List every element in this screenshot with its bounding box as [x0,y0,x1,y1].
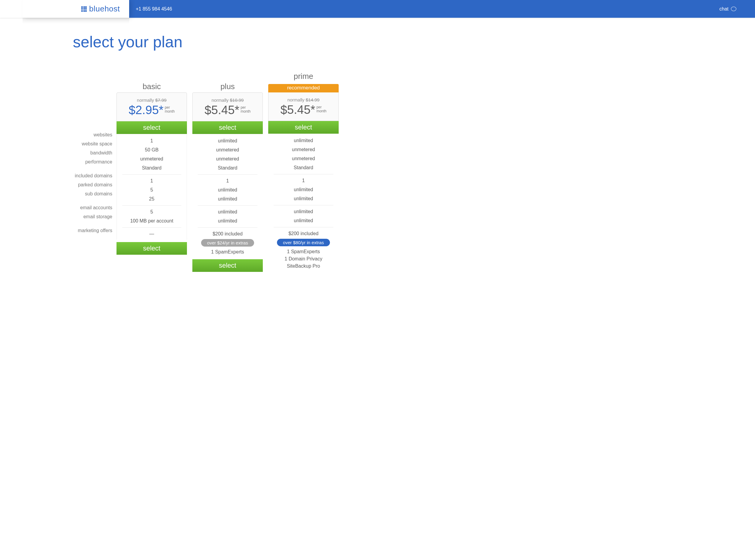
plan-features: unlimited unmetered unmetered Standard 1… [192,134,263,257]
feature-value: unmetered [122,155,181,163]
recommended-badge: recommended [268,84,339,93]
feature-value: unmetered [274,154,333,163]
feature-value: unlimited [274,194,333,203]
logo-squares-icon [81,6,87,12]
feature-value: unlimited [274,207,333,216]
feature-value: 1 [274,176,333,185]
feature-label: parked domains [73,180,112,189]
select-button-bottom[interactable]: select [117,242,187,255]
feature-label: performance [73,158,112,166]
feature-label: included domains [73,171,112,180]
extra-item: 1 SpamExperts [274,248,333,255]
feature-labels-column: websites website space bandwidth perform… [73,72,117,235]
extras-badge: over $24/yr in extras [201,239,254,246]
logo-shadow [23,18,129,24]
chat-label: chat [719,6,729,12]
price: $2.95* [128,103,163,117]
feature-value: unlimited [198,195,258,203]
spacer [0,0,23,18]
feature-value: 50 GB [122,145,181,155]
feature-value: 100 MB per account [122,217,181,225]
feature-label: bandwidth [73,148,112,158]
brand-name: bluehost [89,4,120,14]
feature-value: Standard [274,163,333,172]
feature-value: 5 [122,207,181,217]
price-card: normally $10.99 $5.45* permonth [192,93,263,121]
feature-value: unmetered [198,155,258,163]
price: $5.45* [204,103,239,117]
feature-label: email storage [73,212,112,221]
select-button[interactable]: select [117,121,187,134]
per-month: permonth [165,106,175,114]
plan-features: 1 50 GB unmetered Standard 1 5 25 5 100 … [117,134,187,240]
feature-label: sub domains [73,189,112,198]
normal-price: normally $14.99 [271,97,336,102]
select-button[interactable]: select [268,121,339,134]
per-month: permonth [317,105,326,113]
feature-value: unlimited [198,207,258,217]
feature-value: unlimited [198,217,258,225]
feature-value: $200 included [198,229,258,238]
feature-label: marketing offers [73,226,112,235]
feature-value: 1 [122,136,181,145]
chat-link[interactable]: chat [719,0,755,18]
extra-item: SiteBackup Pro [274,262,333,270]
extras-badge: over $80/yr in extras [277,239,330,246]
price: $5.45* [280,103,315,117]
feature-value: unlimited [274,136,333,145]
plan-basic: basic normally $7.99 $2.95* permonth sel… [117,72,187,255]
feature-label: websites [73,131,112,139]
plans-table: websites website space bandwidth perform… [73,72,404,272]
plan-plus: plus normally $10.99 $5.45* permonth sel… [192,72,263,272]
feature-value: 1 [198,176,258,185]
plan-name: plus [192,82,263,93]
phone-number[interactable]: +1 855 984 4546 [129,0,719,18]
feature-value: 25 [122,195,181,203]
chat-icon [731,7,736,11]
feature-value: unmetered [274,145,333,154]
top-bar: bluehost +1 855 984 4546 chat [0,0,755,18]
brand-logo[interactable]: bluehost [23,0,129,18]
select-button-bottom[interactable]: select [192,259,263,272]
feature-value: unmetered [198,145,258,155]
plan-prime: prime recommended normally $14.99 $5.45*… [268,72,339,271]
feature-value: 5 [122,185,181,195]
plan-name: basic [117,82,187,93]
feature-label: email accounts [73,203,112,212]
feature-value: — [122,229,181,238]
feature-value: unlimited [274,185,333,194]
normal-price: normally $10.99 [195,98,260,103]
page-title: select your plan [73,33,404,51]
feature-value: 1 [122,176,181,185]
feature-value: unlimited [198,136,258,145]
feature-value: unlimited [274,216,333,225]
price-card: normally $14.99 $5.45* permonth [268,93,339,121]
plan-features: unlimited unmetered unmetered Standard 1… [268,134,339,271]
select-button[interactable]: select [192,121,263,134]
normal-price: normally $7.99 [119,98,184,103]
extra-item: 1 SpamExperts [198,248,258,256]
feature-value: $200 included [274,229,333,238]
extra-item: 1 Domain Privacy [274,255,333,262]
feature-value: Standard [198,163,258,173]
plan-name: prime [268,72,339,82]
feature-label: website space [73,139,112,148]
price-card: normally $7.99 $2.95* permonth [117,93,187,121]
feature-value: unlimited [198,185,258,195]
per-month: permonth [241,106,250,114]
feature-value: Standard [122,163,181,173]
